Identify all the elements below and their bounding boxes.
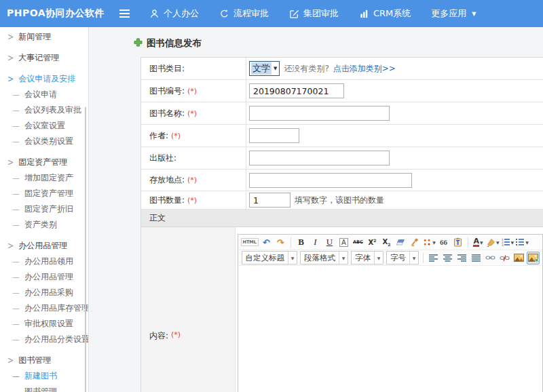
sidebar-item-fixed-asset-depreciation[interactable]: —固定资产折旧 xyxy=(0,201,88,217)
sidebar-item-approval-permission-settings[interactable]: —审批权限设置 xyxy=(0,316,88,332)
nav-item-crm-system[interactable]: CRM系统 xyxy=(359,7,411,20)
bold-icon[interactable]: B xyxy=(295,236,307,249)
top-header-bar: PHPOA协同办公软件 个人办公流程审批集团审批CRM系统更多应用▼ xyxy=(0,0,543,27)
sidebar-item-label: 办公用品采购 xyxy=(24,287,73,298)
quantity-input[interactable] xyxy=(249,193,291,208)
custom-title-select[interactable]: 自定义标题▼ xyxy=(242,251,298,264)
nav-item-personal-office[interactable]: 个人办公 xyxy=(149,7,199,20)
font-color-icon[interactable]: A▼ xyxy=(472,236,485,249)
sidebar-item-book-mgmt-list[interactable]: —图书管理 xyxy=(0,384,88,392)
cycle-icon xyxy=(219,9,229,19)
dropdown-label: 字体 xyxy=(352,253,374,263)
paragraph-format-select[interactable]: 段落格式▼ xyxy=(300,251,348,264)
sidebar-item-supplies-inventory-mgmt[interactable]: —办公用品库存管理 xyxy=(0,300,88,316)
required-mark: (*) xyxy=(171,132,181,140)
sidebar-item-label: 会议申请 xyxy=(24,89,57,100)
sidebar-item-fixed-assets-mgmt[interactable]: >固定资产管理 xyxy=(0,155,88,170)
subscript-icon[interactable]: X2 xyxy=(380,236,393,249)
form-row-quantity: 图书数量:(*) 填写数字，该图书的数量 xyxy=(141,191,543,210)
paste-text-icon[interactable]: T xyxy=(451,236,464,249)
add-category-link[interactable]: 点击添加类别>> xyxy=(333,63,396,75)
sidebar-item-label: 办公用品管理 xyxy=(18,240,67,252)
dash-icon: — xyxy=(12,273,20,281)
dash-icon: — xyxy=(12,372,20,380)
sidebar-item-asset-category[interactable]: —资产类别 xyxy=(0,217,88,233)
category-select[interactable]: 文学 ▼ xyxy=(249,61,280,76)
sidebar-item-meeting-apply-arrange[interactable]: >会议申请及安排 xyxy=(0,71,88,87)
link-icon[interactable] xyxy=(484,252,497,264)
editor-content-area[interactable] xyxy=(238,266,543,392)
category-label: 图书类目: xyxy=(149,63,185,75)
sidebar-item-supplies-mgmt[interactable]: —办公用品管理 xyxy=(0,269,88,285)
caret-down-icon: ▼ xyxy=(525,240,529,245)
content-label: 内容: xyxy=(149,330,168,342)
highlight-color-icon[interactable]: ▼ xyxy=(486,236,500,249)
sidebar-item-supplies-requisition[interactable]: —办公用品领用 xyxy=(0,254,88,269)
unlink-icon[interactable] xyxy=(498,252,511,264)
caret-down-icon: ▼ xyxy=(339,252,348,264)
sidebar-item-news-mgmt[interactable]: >新闻管理 xyxy=(0,29,88,45)
blockquote-icon[interactable]: 66 xyxy=(437,236,450,249)
nav-item-label: 更多应用 xyxy=(431,7,466,20)
html-source-icon[interactable]: HTML xyxy=(241,236,259,249)
font-size-select[interactable]: 字号▼ xyxy=(386,251,419,264)
nav-item-label: CRM系统 xyxy=(373,7,411,20)
dash-icon: — xyxy=(12,189,20,198)
sidebar-item-supplies-purchase[interactable]: —办公用品采购 xyxy=(0,285,88,300)
caret-down-icon: ▼ xyxy=(496,240,500,245)
ordered-list-icon[interactable]: 123▼ xyxy=(501,236,514,249)
redo-icon[interactable]: ↷ xyxy=(274,236,287,249)
format-painter-icon[interactable]: ▼ xyxy=(423,236,436,249)
sidebar-item-label: 办公用品领用 xyxy=(24,256,73,267)
autotypeset-icon[interactable]: A xyxy=(337,236,350,249)
sidebar-item-supplies-category-settings[interactable]: —办公用品分类设置 xyxy=(0,332,88,347)
strikethrough-icon[interactable]: ABC xyxy=(352,236,364,249)
sidebar-scrollbar[interactable] xyxy=(85,107,86,392)
clean-format-icon[interactable] xyxy=(409,236,422,249)
nav-item-process-approval[interactable]: 流程审批 xyxy=(219,7,269,20)
nav-item-more-apps[interactable]: 更多应用▼ xyxy=(431,7,476,20)
sidebar-item-new-book[interactable]: —新建图书 xyxy=(0,368,88,384)
sidebar-item-label: 会议申请及安排 xyxy=(18,73,75,85)
required-mark: (*) xyxy=(187,87,197,96)
menu-icon[interactable] xyxy=(119,8,133,19)
caret-down-icon: ▼ xyxy=(274,66,277,71)
sidebar-item-add-fixed-asset[interactable]: —增加固定资产 xyxy=(0,170,88,186)
image-manager-icon[interactable] xyxy=(527,252,540,264)
sidebar-item-meeting-list-approval[interactable]: —会议列表及审批 xyxy=(0,102,88,118)
body-section-header: 正文 xyxy=(141,210,543,227)
publisher-input[interactable] xyxy=(249,151,390,165)
svg-text:3: 3 xyxy=(502,243,504,246)
align-right-icon[interactable] xyxy=(455,252,468,264)
superscript-icon[interactable]: X2 xyxy=(366,236,379,249)
sidebar-item-book-mgmt[interactable]: >图书管理 xyxy=(0,353,88,368)
italic-icon[interactable]: I xyxy=(309,236,322,249)
unordered-list-icon[interactable]: ▼ xyxy=(515,236,529,249)
dash-icon: — xyxy=(12,304,20,313)
author-input[interactable] xyxy=(249,128,299,143)
location-input[interactable] xyxy=(249,173,412,188)
main-content: 图书信息发布 图书类目: 文学 ▼ 还没有类别? 点击添加类别>> 图书 xyxy=(89,27,543,392)
sidebar-item-fixed-asset-mgmt[interactable]: —固定资产管理 xyxy=(0,186,88,201)
undo-icon[interactable]: ↶ xyxy=(260,236,273,249)
align-center-icon[interactable] xyxy=(441,252,454,264)
nav-item-group-approval[interactable]: 集团审批 xyxy=(289,7,339,20)
eraser-icon[interactable] xyxy=(394,236,407,249)
book-name-input[interactable] xyxy=(249,106,390,121)
align-left-icon[interactable] xyxy=(427,252,440,264)
no-category-hint: 还没有类别? xyxy=(284,63,329,75)
sidebar-item-office-supplies-mgmt[interactable]: >办公用品管理 xyxy=(0,238,88,254)
align-justify-icon[interactable] xyxy=(470,252,483,264)
app-window: PHPOA协同办公软件 个人办公流程审批集团审批CRM系统更多应用▼ >新闻管理… xyxy=(0,0,543,392)
book-no-input[interactable] xyxy=(249,83,344,98)
underline-icon[interactable]: U xyxy=(323,236,336,249)
dash-icon: — xyxy=(12,90,20,99)
sidebar-item-meeting-room-settings[interactable]: —会议室设置 xyxy=(0,118,88,134)
caret-down-icon: ▼ xyxy=(472,11,476,17)
sidebar-item-memorabilia-mgmt[interactable]: >大事记管理 xyxy=(0,50,88,66)
font-family-select[interactable]: 字体▼ xyxy=(351,251,383,264)
form-row-location: 存放地点:(*) xyxy=(141,170,543,191)
sidebar-item-meeting-apply[interactable]: —会议申请 xyxy=(0,87,88,102)
insert-image-icon[interactable] xyxy=(512,252,525,264)
sidebar-item-meeting-category-settings[interactable]: —会议类别设置 xyxy=(0,134,88,149)
